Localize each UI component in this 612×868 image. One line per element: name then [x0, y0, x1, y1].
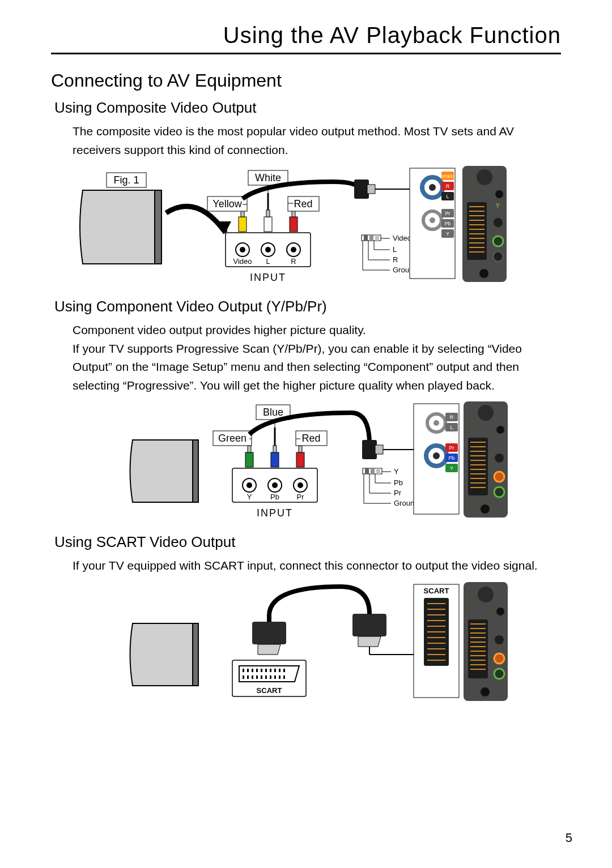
svg-rect-26: [364, 235, 368, 241]
svg-point-79: [246, 482, 252, 488]
svg-text:VIDEO: VIDEO: [441, 174, 454, 178]
svg-rect-166: [261, 675, 262, 679]
svg-rect-159: [274, 669, 276, 672]
composite-paragraph: The composite video is the most popular …: [73, 122, 561, 159]
svg-marker-151: [239, 666, 299, 682]
svg-rect-167: [265, 675, 267, 679]
figure-composite: Video L R INPUT Fig. 1: [73, 165, 561, 287]
svg-rect-161: [283, 669, 285, 672]
svg-point-208: [494, 669, 504, 679]
svg-rect-170: [279, 675, 280, 679]
blue-label: Blue: [263, 407, 283, 418]
svg-point-81: [272, 482, 278, 488]
input-label: INPUT: [250, 272, 286, 283]
device-unit-icon: [464, 401, 508, 518]
green-label: Green: [218, 433, 246, 444]
jack-label-video: Video: [233, 257, 252, 266]
svg-text:L: L: [393, 245, 397, 254]
svg-point-120: [433, 452, 440, 459]
svg-rect-100: [375, 445, 383, 454]
svg-rect-8: [239, 217, 246, 232]
subsection-scart-heading: Using SCART Video Output: [54, 533, 561, 551]
svg-rect-155: [256, 669, 258, 672]
svg-rect-104: [371, 468, 375, 474]
red-label: Red: [294, 198, 312, 209]
jack-label-r: R: [291, 257, 296, 266]
svg-rect-28: [375, 235, 379, 241]
scart-paragraph: If your TV equipped with SCART input, co…: [73, 557, 561, 575]
svg-rect-99: [362, 440, 377, 459]
svg-point-132: [478, 405, 494, 421]
svg-rect-90: [296, 452, 304, 467]
svg-rect-27: [369, 235, 373, 241]
svg-rect-152: [243, 669, 244, 672]
input-label: INPUT: [257, 507, 293, 519]
svg-point-133: [496, 426, 504, 434]
svg-rect-154: [252, 669, 253, 672]
jack-label-pb: Pb: [270, 493, 279, 501]
svg-rect-171: [283, 675, 285, 679]
svg-rect-14: [290, 217, 298, 232]
svg-rect-164: [252, 675, 253, 679]
svg-point-193: [496, 608, 504, 615]
svg-rect-157: [265, 669, 267, 672]
svg-point-3: [240, 247, 245, 253]
device-unit-icon: Y: [462, 166, 507, 282]
scart-plug-icon: [252, 614, 286, 655]
device-unit-icon: [464, 582, 508, 701]
svg-text:Pr: Pr: [394, 489, 402, 497]
svg-text:Pb: Pb: [444, 221, 450, 226]
tv-icon: [80, 190, 162, 264]
svg-rect-12: [266, 210, 270, 217]
svg-text:Y: Y: [450, 465, 453, 471]
svg-marker-176: [358, 636, 381, 647]
red-label: Red: [301, 433, 320, 444]
svg-rect-103: [365, 468, 369, 474]
svg-point-146: [495, 454, 504, 463]
svg-point-5: [265, 247, 271, 253]
svg-point-147: [494, 472, 504, 482]
svg-rect-87: [271, 452, 279, 467]
scart-jack-label: SCART: [257, 686, 282, 695]
svg-point-192: [478, 587, 494, 602]
yellow-label: Yellow: [212, 198, 242, 209]
figure-scart: SCART SCART: [125, 581, 561, 705]
svg-text:L: L: [446, 194, 449, 199]
svg-point-42: [429, 184, 436, 191]
section-heading: Connecting to AV Equipment: [51, 70, 561, 91]
svg-rect-23: [354, 179, 369, 199]
svg-text:R: R: [450, 414, 454, 420]
svg-point-75: [493, 251, 503, 262]
svg-rect-0: [155, 190, 162, 264]
jack-label-y: Y: [247, 493, 252, 501]
svg-rect-160: [279, 669, 280, 672]
svg-point-59: [495, 190, 503, 198]
scart-port-label: SCART: [424, 587, 449, 595]
rca-blue-plug-icon: [271, 427, 279, 467]
svg-rect-88: [273, 446, 277, 452]
manual-page: Using the AV Playback Function Connectin…: [0, 0, 612, 868]
subsection-composite-heading: Using Composite Video Output: [54, 99, 561, 117]
minijack-breakout: Y Pb Pr Ground: [363, 467, 418, 507]
svg-point-148: [494, 487, 504, 497]
svg-rect-85: [248, 446, 251, 452]
svg-point-118: [434, 420, 439, 426]
jack-label-l: L: [266, 257, 270, 266]
svg-marker-173: [258, 644, 280, 655]
svg-point-207: [494, 653, 504, 664]
svg-point-209: [481, 687, 490, 696]
svg-rect-24: [367, 185, 375, 194]
svg-point-149: [481, 504, 490, 514]
svg-point-74: [493, 236, 503, 246]
svg-rect-165: [256, 675, 258, 679]
svg-rect-150: [193, 623, 198, 686]
svg-text:L: L: [450, 425, 453, 430]
scart-plug-icon: [352, 614, 386, 647]
svg-rect-163: [247, 675, 249, 679]
svg-point-76: [479, 269, 488, 278]
svg-rect-11: [264, 217, 272, 232]
svg-rect-175: [352, 614, 386, 636]
svg-rect-153: [247, 669, 249, 672]
svg-rect-84: [245, 452, 253, 467]
component-paragraph: Component video output provides higher p…: [73, 321, 561, 395]
